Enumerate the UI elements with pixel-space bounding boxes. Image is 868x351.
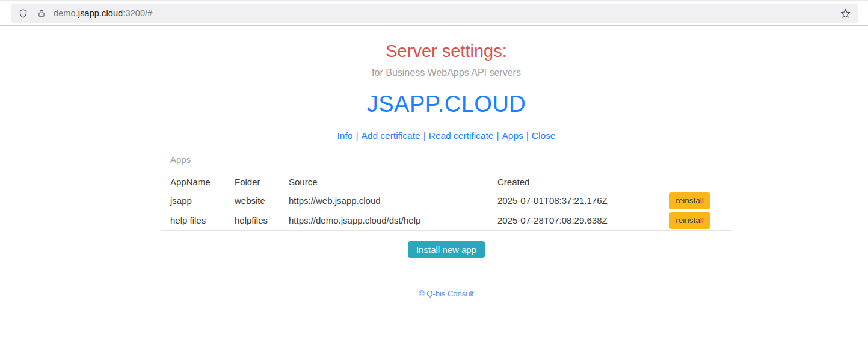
app-name: help files bbox=[170, 210, 235, 230]
app-created: 2025-07-01T08:37:21.176Z bbox=[497, 191, 669, 210]
reinstall-button[interactable]: reinstall bbox=[669, 212, 710, 229]
url-subdomain: demo. bbox=[54, 8, 78, 18]
app-name: jsapp bbox=[170, 191, 235, 210]
column-header-created: Created bbox=[497, 172, 669, 191]
page-footer: © Q-bis Consult bbox=[161, 289, 732, 298]
page-subtitle: for Business WebApps API servers bbox=[161, 67, 732, 78]
app-actions: reinstall bbox=[669, 210, 710, 230]
app-source: https://demo.jsapp.cloud/dst/help bbox=[289, 210, 497, 230]
address-bar[interactable]: demo.jsapp.cloud:3200/# bbox=[11, 4, 858, 23]
nav-link-apps[interactable]: Apps bbox=[502, 130, 523, 141]
url-domain: jsapp.cloud bbox=[78, 8, 123, 18]
column-header-folder: Folder bbox=[235, 172, 289, 191]
nav-separator: | bbox=[423, 130, 426, 141]
url-text[interactable]: demo.jsapp.cloud:3200/# bbox=[54, 8, 152, 18]
apps-table: AppName Folder Source Created jsapp webs… bbox=[170, 172, 710, 230]
apps-section-label: Apps bbox=[161, 154, 732, 165]
install-new-app-button[interactable]: Install new app bbox=[408, 241, 485, 258]
footer-link[interactable]: © Q-bis Consult bbox=[419, 289, 474, 298]
app-actions: reinstall bbox=[669, 191, 710, 210]
nav-link-info[interactable]: Info bbox=[337, 130, 353, 141]
bookmark-star-icon[interactable] bbox=[840, 8, 851, 19]
app-folder: website bbox=[235, 191, 289, 210]
divider-bottom bbox=[161, 230, 732, 231]
nav-link-close[interactable]: Close bbox=[532, 130, 556, 141]
page-content: Server settings: for Business WebApps AP… bbox=[161, 26, 732, 298]
nav-link-read-certificate[interactable]: Read certificate bbox=[429, 130, 494, 141]
nav-separator: | bbox=[356, 130, 358, 141]
app-created: 2025-07-28T07:08:29.638Z bbox=[497, 210, 669, 230]
lock-icon[interactable] bbox=[37, 8, 46, 19]
shield-icon[interactable] bbox=[18, 8, 28, 19]
reinstall-button[interactable]: reinstall bbox=[669, 192, 710, 209]
nav-menu: Info|Add certificate|Read certificate|Ap… bbox=[161, 130, 732, 141]
page-title: Server settings: bbox=[161, 41, 732, 61]
column-header-appname: AppName bbox=[170, 172, 235, 191]
app-source: https://web.jsapp.cloud bbox=[289, 191, 497, 210]
url-port-path: :3200/# bbox=[123, 8, 152, 18]
nav-separator: | bbox=[526, 130, 529, 141]
site-title: JSAPP.CLOUD bbox=[161, 91, 732, 117]
column-header-actions bbox=[669, 172, 710, 191]
column-header-source: Source bbox=[289, 172, 497, 191]
nav-separator: | bbox=[496, 130, 499, 141]
install-row: Install new app bbox=[161, 241, 732, 258]
app-folder: helpfiles bbox=[235, 210, 289, 230]
browser-toolbar: demo.jsapp.cloud:3200/# bbox=[0, 0, 868, 26]
nav-link-add-certificate[interactable]: Add certificate bbox=[361, 130, 420, 141]
divider-top bbox=[161, 117, 732, 117]
